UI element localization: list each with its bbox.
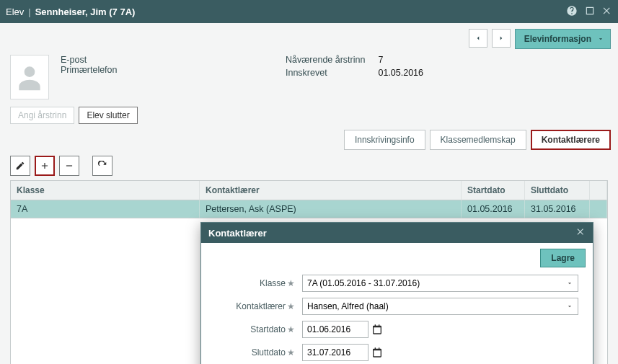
table-row[interactable]: 7A Pettersen, Ask (ASPE) 01.05.2016 31.0… [11, 200, 607, 218]
label-kontaktlaerer: Kontaktlærer [236, 301, 286, 311]
sluttdato-value: 31.07.2016 [307, 347, 350, 358]
tab-class-membership[interactable]: Klassemedlemskap [430, 130, 526, 150]
grid-header: Klasse Kontaktlærer Startdato Sluttdato [11, 181, 607, 200]
startdato-value: 01.06.2016 [307, 324, 350, 334]
tab-enrollment[interactable]: Innskrivingsinfo [344, 130, 425, 150]
calendar-icon[interactable] [371, 347, 383, 358]
modal-title: Kontaktlærer [208, 228, 267, 239]
modal-titlebar: Kontaktlærer [201, 223, 593, 243]
startdato-input[interactable]: 01.06.2016 [302, 321, 368, 338]
title-prefix: Elev [6, 6, 24, 17]
prev-button[interactable] [469, 29, 487, 48]
view-dropdown-label: Elevinformasjon [524, 34, 591, 44]
grade-label: Nåværende årstrinn [286, 55, 365, 68]
cell-kontaktlaerer: Pettersen, Ask (ASPE) [200, 200, 462, 218]
maximize-icon[interactable] [585, 6, 595, 18]
kontaktlaerer-select-value: Hansen, Alfred (haal) [307, 301, 389, 311]
avatar [10, 55, 49, 99]
close-icon[interactable] [602, 6, 612, 18]
col-startdato[interactable]: Startdato [462, 181, 525, 200]
klasse-select[interactable]: 7A (01.05.2016 - 31.07.2016) [302, 275, 578, 292]
title-student-name: Sennheiser, Jim (7 7A) [35, 6, 136, 17]
label-klasse: Klasse [260, 278, 286, 288]
sluttdato-input[interactable]: 31.07.2016 [302, 344, 368, 361]
add-button[interactable] [35, 156, 55, 176]
window-titlebar: Elev | Sennheiser, Jim (7 7A) [0, 0, 618, 23]
student-info-block: E-post Primærtelefon Nåværende årstrinn … [0, 55, 618, 107]
enrolled-label: Innskrevet [286, 68, 365, 81]
title-separator: | [28, 6, 30, 17]
remove-button[interactable] [59, 156, 79, 176]
tab-contact-teachers[interactable]: Kontaktlærere [531, 130, 611, 150]
student-leaves-button[interactable]: Elev slutter [79, 107, 137, 124]
cell-sluttdato: 31.05.2016 [525, 200, 590, 218]
chevron-down-icon [597, 35, 604, 43]
email-label: E-post [61, 55, 274, 65]
enrolled-value: 01.05.2016 [378, 68, 423, 81]
modal-body: Klasse★ 7A (01.05.2016 - 31.07.2016) Kon… [201, 273, 593, 364]
grid-toolbar [0, 150, 618, 180]
col-sluttdato[interactable]: Sluttdato [525, 181, 590, 200]
refresh-button[interactable] [92, 156, 112, 176]
grade-value: 7 [378, 55, 423, 68]
primary-phone-label: Primærtelefon [61, 65, 274, 75]
cell-klasse: 7A [11, 200, 200, 218]
contact-teacher-modal: Kontaktlærer Lagre Klasse★ 7A (01.05.201… [200, 222, 593, 364]
klasse-select-value: 7A (01.05.2016 - 31.07.2016) [307, 278, 420, 288]
action-row: Angi årstrinn Elev slutter [0, 107, 618, 130]
chevron-down-icon [566, 280, 573, 287]
save-button[interactable]: Lagre [540, 249, 586, 267]
col-klasse[interactable]: Klasse [11, 181, 200, 200]
col-kontaktlaerer[interactable]: Kontaktlærer [200, 181, 462, 200]
col-extra [590, 181, 607, 200]
chevron-down-icon [566, 303, 573, 310]
help-icon[interactable] [566, 5, 578, 19]
calendar-icon[interactable] [371, 324, 383, 335]
label-sluttdato: Sluttdato [252, 347, 286, 358]
modal-close-icon[interactable] [576, 227, 586, 239]
edit-button[interactable] [10, 156, 30, 176]
cell-extra [590, 200, 607, 218]
view-dropdown[interactable]: Elevinformasjon [515, 29, 611, 49]
tabs: Innskrivingsinfo Klassemedlemskap Kontak… [0, 130, 618, 150]
kontaktlaerer-select[interactable]: Hansen, Alfred (haal) [302, 298, 578, 315]
cell-startdato: 01.05.2016 [462, 200, 525, 218]
view-toolbar: Elevinformasjon [0, 23, 618, 55]
next-button[interactable] [492, 29, 511, 48]
label-startdato: Startdato [250, 324, 286, 334]
set-grade-button[interactable]: Angi årstrinn [10, 107, 74, 124]
